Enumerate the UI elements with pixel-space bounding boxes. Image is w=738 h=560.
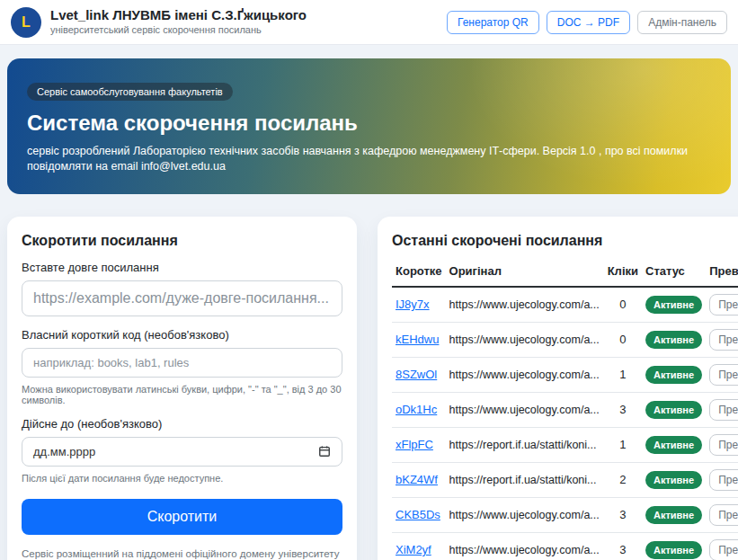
preview-button[interactable]: Прев'ю	[709, 504, 738, 526]
logo-icon: L	[11, 7, 41, 38]
column-header-original: Оригінал	[446, 256, 604, 287]
short-code-link[interactable]: XiM2yf	[396, 543, 431, 556]
expiry-date-label: Дійсне до (необов'язково)	[22, 417, 342, 431]
short-code-link[interactable]: CKB5Ds	[396, 508, 440, 521]
expiry-date-help: Після цієї дати посилання буде недоступн…	[22, 473, 342, 484]
links-table-title: Останні скорочені посилання	[392, 233, 738, 249]
table-row: bKZ4Wf https://report.if.ua/statti/koni.…	[392, 462, 738, 497]
calendar-icon[interactable]	[318, 445, 331, 458]
doc-to-pdf-button[interactable]: DOC → PDF	[547, 11, 630, 34]
preview-button[interactable]: Прев'ю	[709, 399, 738, 421]
topbar-actions: Генератор QR DOC → PDF Адмін-панель	[447, 11, 727, 34]
hero-banner: Сервіс самообслуговування факультетів Си…	[7, 58, 731, 194]
clicks-count: 1	[604, 427, 642, 462]
table-row: IJ8y7x https://www.ujecology.com/a... 0 …	[392, 287, 738, 323]
short-code-link[interactable]: xFlpFC	[396, 438, 433, 451]
custom-code-label: Власний короткий код (необов'язково)	[22, 328, 342, 342]
original-url: https://www.ujecology.com/a...	[446, 357, 604, 392]
links-table-head: Коротке Оригінал Кліки Статус Прев'ю	[392, 256, 738, 287]
original-url: https://report.if.ua/statti/koni...	[446, 427, 604, 462]
long-url-label: Вставте довге посилання	[22, 261, 342, 274]
site-subtitle: університетський сервіс скорочення посил…	[50, 24, 307, 36]
status-badge: Активне	[645, 366, 702, 384]
preview-button[interactable]: Прев'ю	[709, 434, 738, 456]
preview-button[interactable]: Прев'ю	[709, 539, 738, 560]
column-header-code: Коротке	[392, 256, 446, 287]
original-url: https://www.ujecology.com/a...	[446, 392, 604, 427]
status-badge: Активне	[645, 436, 702, 454]
custom-code-input[interactable]	[22, 348, 342, 378]
clicks-count: 3	[604, 392, 642, 427]
preview-button[interactable]: Прев'ю	[709, 364, 738, 386]
original-url: https://www.ujecology.com/a...	[446, 497, 604, 532]
short-code-link[interactable]: kEHdwu	[396, 333, 439, 346]
recent-links-card: Останні скорочені посилання Коротке Ориг…	[378, 217, 738, 560]
status-badge: Активне	[645, 471, 702, 489]
expiry-date-input[interactable]: дд.мм.рррр	[22, 437, 342, 467]
site-title: Lvet_link ЛНУВМБ імені С.З.Ґжицького	[50, 7, 307, 23]
top-bar: L Lvet_link ЛНУВМБ імені С.З.Ґжицького у…	[0, 0, 738, 45]
hero-description: сервіс розроблений Лабораторією технічни…	[27, 144, 711, 174]
table-row: 8SZwOl https://www.ujecology.com/a... 1 …	[392, 357, 738, 392]
short-code-link[interactable]: bKZ4Wf	[396, 473, 438, 486]
links-table: Коротке Оригінал Кліки Статус Прев'ю IJ8…	[392, 256, 738, 560]
clicks-count: 3	[604, 497, 642, 532]
clicks-count: 0	[604, 322, 642, 357]
table-row: xFlpFC https://report.if.ua/statti/koni.…	[392, 427, 738, 462]
brand-text: Lvet_link ЛНУВМБ імені С.З.Ґжицького уні…	[50, 7, 307, 36]
shorten-form-card: Скоротити посилання Вставте довге посила…	[7, 217, 357, 560]
preview-button[interactable]: Прев'ю	[709, 469, 738, 491]
preview-button[interactable]: Прев'ю	[709, 329, 738, 351]
table-row: oDk1Hc https://www.ujecology.com/a... 3 …	[392, 392, 738, 427]
links-table-body: IJ8y7x https://www.ujecology.com/a... 0 …	[392, 287, 738, 560]
column-header-status: Статус	[642, 256, 706, 287]
custom-code-help: Можна використовувати латинські букви, ц…	[22, 384, 342, 405]
clicks-count: 2	[604, 462, 642, 497]
long-url-input[interactable]	[22, 280, 342, 316]
page-title: Система скорочення посилань	[27, 111, 711, 136]
date-placeholder-text: дд.мм.рррр	[33, 445, 95, 458]
original-url: https://www.ujecology.com/a...	[446, 322, 604, 357]
shorten-submit-button[interactable]: Скоротити	[22, 499, 342, 535]
table-row: CKB5Ds https://www.ujecology.com/a... 3 …	[392, 497, 738, 532]
brand: L Lvet_link ЛНУВМБ імені С.З.Ґжицького у…	[11, 7, 307, 38]
admin-panel-button[interactable]: Адмін-панель	[637, 11, 727, 34]
hero-badge: Сервіс самообслуговування факультетів	[27, 83, 233, 101]
original-url: https://www.ujecology.com/a...	[446, 287, 604, 323]
preview-button[interactable]: Прев'ю	[709, 294, 738, 316]
table-row: kEHdwu https://www.ujecology.com/a... 0 …	[392, 322, 738, 357]
clicks-count: 3	[604, 532, 642, 560]
qr-generator-button[interactable]: Генератор QR	[447, 11, 539, 34]
main-content: Скоротити посилання Вставте довге посила…	[0, 194, 738, 560]
form-footnote: Сервіс розміщенний на піддомені офіційно…	[22, 548, 342, 559]
form-title: Скоротити посилання	[22, 233, 342, 249]
status-badge: Активне	[645, 331, 702, 349]
clicks-count: 1	[604, 357, 642, 392]
column-header-preview: Прев'ю	[706, 256, 738, 287]
short-code-link[interactable]: 8SZwOl	[396, 368, 437, 381]
original-url: https://www.ujecology.com/a...	[446, 532, 604, 560]
column-header-clicks: Кліки	[604, 256, 642, 287]
original-url: https://report.if.ua/statti/koni...	[446, 462, 604, 497]
status-badge: Активне	[645, 401, 702, 419]
clicks-count: 0	[604, 287, 642, 323]
short-code-link[interactable]: IJ8y7x	[396, 298, 430, 311]
short-code-link[interactable]: oDk1Hc	[396, 403, 437, 416]
table-row: XiM2yf https://www.ujecology.com/a... 3 …	[392, 532, 738, 560]
status-badge: Активне	[645, 296, 702, 314]
status-badge: Активне	[645, 506, 702, 524]
status-badge: Активне	[645, 541, 702, 559]
